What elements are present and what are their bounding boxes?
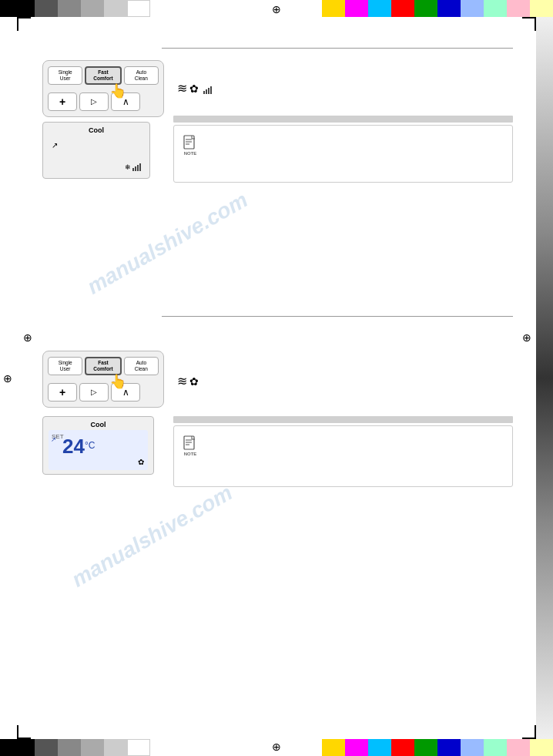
- display-title-2: Cool: [49, 421, 148, 428]
- watermark: manualshive.com: [83, 187, 253, 299]
- remote-bottom-row-2: + ▷ ∧: [48, 383, 159, 402]
- corner-mark-bl: [17, 725, 31, 739]
- hand-cursor-2: 👆: [109, 374, 126, 391]
- note-box-2: NOTE: [173, 425, 513, 487]
- bar4: [139, 163, 141, 171]
- crosshair-bottom: ⊕: [272, 741, 281, 753]
- fast-comfort-btn-1[interactable]: FastComfort 👆: [85, 66, 121, 85]
- sb4: [210, 86, 212, 94]
- bar3: [137, 165, 139, 171]
- corner-mark-tl: [17, 17, 31, 31]
- right-sidebar: [536, 17, 553, 739]
- crosshair-left: ⊕: [3, 372, 12, 385]
- note-doc-icon-2: [183, 435, 197, 451]
- display-arrow-1: ↗: [52, 141, 58, 150]
- display-body-2: SET ↗ 24°C ✿: [49, 430, 148, 470]
- fan-icon-2: ✿: [189, 375, 199, 388]
- icons-row-2: ≋ ✿: [177, 374, 199, 388]
- note-label-2: NOTE: [184, 452, 197, 456]
- display-title-1: Cool: [49, 126, 144, 134]
- single-user-btn-2[interactable]: SingleUser: [48, 357, 82, 375]
- auto-clean-btn-1[interactable]: AutoClean: [124, 66, 159, 85]
- note-section-1: NOTE: [173, 116, 513, 183]
- note-icon-1: NOTE: [183, 135, 197, 156]
- signal-bars-1: [132, 162, 141, 171]
- fan-icon-display-2: ✿: [138, 458, 144, 466]
- fan-icon-1: ✿: [189, 82, 199, 95]
- watermark2: manualshive.com: [68, 480, 237, 592]
- sb1: [203, 91, 205, 94]
- note-icon-2: NOTE: [183, 435, 197, 456]
- plus-btn-2[interactable]: +: [48, 383, 77, 402]
- signal-bars-row1: [203, 83, 212, 94]
- crosshair-top: ⊕: [272, 3, 281, 15]
- corner-mark-br: [522, 725, 536, 739]
- temperature-value-2: 24: [62, 435, 85, 458]
- wind-icon-2: ≋: [177, 374, 185, 388]
- display-arrow-2: ↗: [51, 436, 56, 443]
- gray-bar-1: [173, 116, 513, 123]
- fast-comfort-btn-2[interactable]: FastComfort 👆: [85, 357, 121, 375]
- remote-control-1: SingleUser FastComfort 👆 AutoClean + ▷ ∧: [42, 60, 164, 117]
- play-btn-2[interactable]: ▷: [79, 383, 109, 402]
- wind-icon-1: ≋: [177, 81, 185, 96]
- crosshair-right-mid: ⊕: [522, 331, 531, 344]
- play-btn-1[interactable]: ▷: [79, 92, 109, 111]
- display-panel-1: Cool ↗ ❄: [42, 122, 150, 179]
- crosshair-left-mid: ⊕: [23, 331, 32, 344]
- note-box-1: NOTE: [173, 125, 513, 183]
- plus-btn-1[interactable]: +: [48, 92, 77, 111]
- note-section-2: NOTE: [173, 416, 513, 487]
- snowflake-icon-1: ❄: [125, 163, 131, 171]
- top-separator-line: [162, 48, 513, 49]
- note-label-1: NOTE: [184, 151, 197, 156]
- hand-cursor-1: 👆: [109, 83, 126, 100]
- auto-clean-btn-2[interactable]: AutoClean: [124, 357, 159, 375]
- bar1: [132, 168, 134, 171]
- icons-row-1: ≋ ✿: [177, 81, 212, 96]
- display-body-1: ↗ ❄: [49, 137, 144, 174]
- bar2: [135, 166, 136, 171]
- corner-mark-tr: [522, 17, 536, 31]
- sb2: [206, 89, 207, 94]
- mid-separator-line: [162, 316, 513, 317]
- note-doc-icon-1: [183, 135, 197, 150]
- display-panel-2: Cool SET ↗ 24°C ✿: [42, 416, 154, 475]
- single-user-btn-1[interactable]: SingleUser: [48, 66, 82, 85]
- remote-buttons-row-1: SingleUser FastComfort 👆 AutoClean: [48, 66, 159, 85]
- display-signal-area-1: ❄: [125, 162, 141, 171]
- gray-bar-2: [173, 416, 513, 423]
- remote-bottom-row-1: + ▷ ∧: [48, 92, 159, 111]
- temperature-unit-2: °C: [85, 440, 95, 451]
- remote-control-2: SingleUser FastComfort 👆 AutoClean + ▷ ∧: [42, 351, 164, 408]
- sb3: [208, 88, 209, 94]
- remote-buttons-row-2: SingleUser FastComfort 👆 AutoClean: [48, 357, 159, 375]
- temperature-display-2: 24°C: [62, 436, 95, 456]
